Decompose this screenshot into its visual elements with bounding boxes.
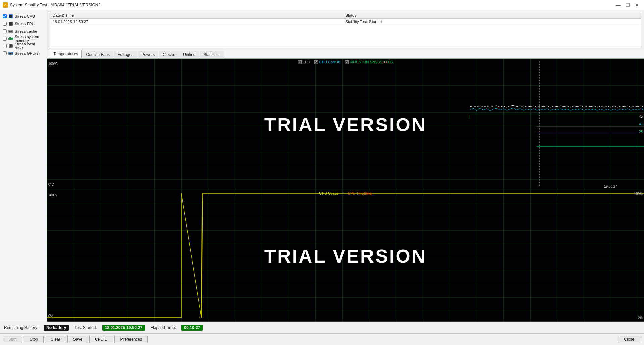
svg-rect-1 [9, 15, 12, 18]
log-table: Date & Time Status 18.01.2025 19:50:27 S… [50, 12, 641, 25]
legend-cpu-label: CPU [302, 60, 310, 64]
svg-point-12 [10, 46, 11, 46]
y-min-usage: 0% [48, 314, 57, 318]
cpu-usage-y-axis: 100% 0% [48, 190, 57, 321]
svg-rect-8 [10, 37, 11, 40]
preferences-button[interactable]: Preferences [114, 336, 148, 343]
temperature-chart-svg [47, 59, 644, 190]
legend-kingston: KINGSTON SNV3S1000G [345, 60, 393, 64]
stress-cache-checkbox[interactable] [3, 29, 7, 33]
title-bar-controls: — ❐ ✕ [614, 1, 641, 9]
fpu-icon [8, 21, 13, 26]
legend-cpu-throttling-label: CPU Throttling [348, 191, 372, 195]
legend-cpu-core-label: CPU Core #1 [319, 60, 341, 64]
stress-gpu-item: Stress GPU(s) [1, 50, 45, 57]
tab-temperatures[interactable]: Temperatures [50, 50, 82, 58]
stress-cache-item: Stress cache [1, 27, 45, 35]
stress-disks-item: Stress local disks [1, 42, 45, 50]
save-button[interactable]: Save [67, 336, 88, 343]
cpuid-button[interactable]: CPUID [89, 336, 113, 343]
status-bar: Remaining Battery: No battery Test Start… [0, 322, 644, 333]
stress-disks-label: Stress local disks [15, 42, 44, 50]
legend-kingston-label: KINGSTON SNV3S1000G [350, 60, 393, 64]
cpu-usage-chart-svg [47, 190, 644, 321]
stress-cache-label: Stress cache [15, 29, 37, 33]
y-min: 0°C [48, 183, 58, 186]
stress-cpu-label: Stress CPU [15, 14, 35, 18]
legend-cpu-throttling: CPU Throttling [348, 191, 372, 195]
maximize-button[interactable]: ❐ [623, 1, 632, 9]
stress-gpu-checkbox[interactable] [3, 51, 7, 55]
log-status: Stability Test: Started [343, 19, 641, 25]
temperature-y-axis: 100°C 0°C [48, 59, 58, 190]
close-button[interactable]: Close [618, 336, 640, 343]
stop-button[interactable]: Stop [24, 336, 44, 343]
tab-voltages[interactable]: Voltages [114, 51, 137, 58]
cpu-icon [8, 14, 13, 19]
elapsed-time-badge: 00:10:27 [181, 325, 203, 331]
tab-cooling-fans[interactable]: Cooling Fans [82, 51, 113, 58]
svg-rect-28 [47, 190, 644, 321]
col-status: Status [343, 12, 641, 19]
temperature-chart: CPU CPU Core #1 KINGSTON SNV3S1000G 100°… [47, 59, 644, 190]
temperature-right-values: 45 41 28 [639, 59, 643, 190]
elapsed-time-label: Elapsed Time: [150, 325, 176, 330]
temperature-time-label: 19:50:27 [604, 185, 617, 188]
disk-icon [8, 43, 13, 49]
stress-memory-checkbox[interactable] [3, 37, 7, 41]
svg-rect-5 [9, 31, 12, 32]
svg-rect-20 [47, 59, 644, 190]
log-datetime: 18.01.2025 19:50:27 [50, 19, 343, 25]
window-title: System Stability Test - AIDA64 [ TRIAL V… [10, 3, 100, 7]
log-row: 18.01.2025 19:50:27 Stability Test: Star… [50, 19, 641, 25]
stress-fpu-checkbox[interactable] [3, 22, 7, 26]
tabs-bar: Temperatures Cooling Fans Voltages Power… [47, 50, 644, 59]
legend-separator: | [343, 191, 344, 195]
window-close-button[interactable]: ✕ [633, 1, 641, 9]
svg-rect-9 [12, 37, 12, 40]
tab-statistics[interactable]: Statistics [200, 51, 224, 58]
tab-unified[interactable]: Unified [179, 51, 199, 58]
usage-right-max: 100% [634, 192, 643, 196]
legend-cpu-core-checkbox[interactable] [314, 60, 318, 64]
battery-label: Remaining Battery: [4, 325, 38, 330]
stress-cpu-item: Stress CPU [1, 13, 45, 20]
tab-clocks[interactable]: Clocks [159, 51, 179, 58]
start-button[interactable]: Start [3, 336, 22, 343]
legend-cpu-usage: CPU Usage [319, 191, 339, 195]
tab-powers[interactable]: Powers [138, 51, 158, 58]
test-started-label: Test Started: [74, 325, 97, 330]
gpu-icon [8, 51, 13, 56]
svg-rect-14 [9, 53, 11, 54]
col-datetime: Date & Time [50, 12, 343, 19]
log-table-container: Date & Time Status 18.01.2025 19:50:27 S… [50, 12, 641, 48]
legend-kingston-checkbox[interactable] [345, 60, 349, 64]
main-content: Stress CPU Stress FPU Stress cache [0, 10, 644, 322]
legend-cpu-checkbox[interactable] [298, 60, 301, 64]
toolbar: Start Stop Clear Save CPUID Preferences … [0, 333, 644, 345]
right-panel: Date & Time Status 18.01.2025 19:50:27 S… [47, 10, 644, 322]
svg-rect-3 [9, 22, 12, 25]
y-max-usage: 100% [48, 193, 57, 197]
stress-memory-item: Stress system memory [1, 35, 45, 42]
app-icon: A [3, 2, 8, 8]
right-val-3: 28 [639, 130, 643, 134]
stress-cpu-checkbox[interactable] [3, 14, 7, 18]
stress-disks-checkbox[interactable] [3, 44, 7, 48]
legend-cpu: CPU [298, 60, 310, 64]
stress-fpu-label: Stress FPU [15, 22, 35, 26]
right-val-2: 41 [639, 122, 643, 126]
stress-gpu-label: Stress GPU(s) [15, 51, 40, 55]
memory-icon [8, 36, 13, 41]
minimize-button[interactable]: — [614, 1, 623, 9]
stress-memory-label: Stress system memory [15, 35, 44, 43]
legend-cpu-core: CPU Core #1 [314, 60, 341, 64]
battery-badge: No battery [44, 325, 69, 331]
stress-fpu-item: Stress FPU [1, 20, 45, 27]
y-max: 100°C [48, 62, 58, 66]
left-panel: Stress CPU Stress FPU Stress cache [0, 10, 47, 322]
clear-button[interactable]: Clear [45, 336, 66, 343]
title-bar-left: A System Stability Test - AIDA64 [ TRIAL… [3, 2, 100, 8]
usage-right-min: 0% [638, 315, 643, 319]
cache-icon [8, 28, 13, 34]
